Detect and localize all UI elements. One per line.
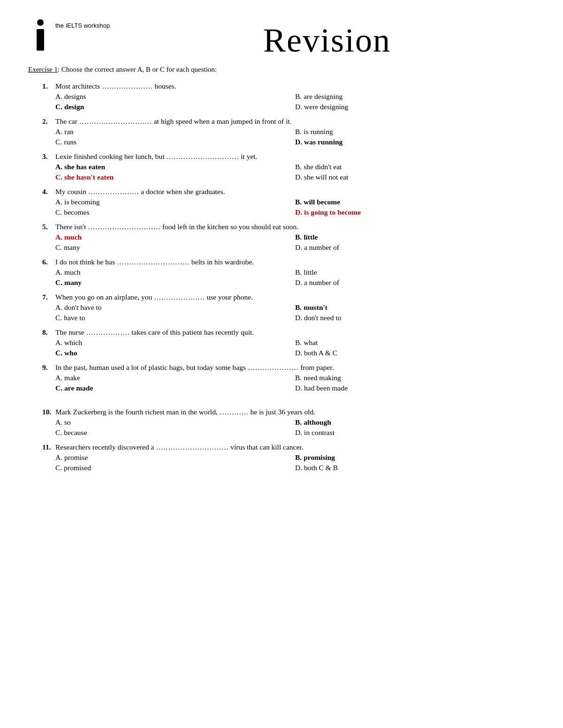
option-label: A. — [55, 418, 62, 426]
options-row: C.have toD.don't need to — [42, 313, 535, 323]
logo-area: the IELTS workshop — [28, 19, 110, 54]
question-block-7: 7.When you go on an airplane, you ………………… — [42, 293, 535, 323]
option-label: D. — [295, 208, 302, 216]
option-label: B. — [295, 374, 302, 382]
option-text: is becoming — [64, 198, 99, 206]
question-text: Researchers recently discovered a ………………… — [55, 443, 535, 451]
option-b: B.although — [295, 418, 535, 427]
option-text: little — [304, 233, 318, 241]
option-label: D. — [295, 138, 302, 146]
question-stem-4: 4.My cousin ………………… a doctor when she gr… — [42, 188, 535, 196]
question-number: 1. — [42, 82, 55, 90]
option-text: a number of — [304, 278, 339, 286]
option-label: B. — [295, 92, 302, 100]
question-block-6: 6.I do not think he has ………………………… belts… — [42, 258, 535, 287]
options-row: C.runsD.was running — [42, 137, 535, 147]
option-d: D.both C & B — [295, 463, 535, 473]
question-text: There isn't ………………………… food left in the … — [55, 223, 535, 231]
options-row: A.designsB.are designing — [42, 92, 535, 101]
options-row: A.muchB.little — [42, 268, 535, 277]
option-label: B. — [295, 198, 302, 206]
options-row: A.don't have toB.mustn't — [42, 303, 535, 312]
option-text: much — [64, 233, 82, 241]
option-text: need making — [304, 374, 341, 382]
option-label: C. — [55, 384, 62, 392]
question-stem-3: 3.Lexie finished cooking her lunch, but … — [42, 152, 535, 161]
question-number: 8. — [42, 328, 55, 337]
option-text: what — [304, 338, 318, 346]
page-header: the IELTS workshop Revision — [28, 19, 535, 57]
question-stem-1: 1.Most architects ………………… houses. — [42, 82, 535, 90]
option-label: C. — [55, 314, 62, 322]
logo-icon — [28, 19, 53, 53]
question-text: My cousin ………………… a doctor when she grad… — [55, 188, 535, 196]
option-text: design — [64, 103, 84, 111]
option-text: is going to become — [304, 208, 361, 216]
question-block-8: 8.The nurse ……………… takes care of this pa… — [42, 328, 535, 358]
option-text: were designing — [304, 103, 348, 111]
options-row: A.muchB.little — [42, 233, 535, 242]
question-number: 3. — [42, 152, 55, 161]
option-text: both A & C — [304, 349, 337, 357]
option-a: A.much — [55, 268, 295, 277]
option-text: so — [64, 418, 71, 426]
option-text: both C & B — [304, 464, 338, 472]
question-block-11: 11.Researchers recently discovered a ………… — [42, 443, 535, 473]
question-stem-8: 8.The nurse ……………… takes care of this pa… — [42, 328, 535, 337]
option-a: A.so — [55, 418, 295, 427]
option-d: D.she will not eat — [295, 173, 535, 182]
option-label: A. — [55, 198, 62, 206]
question-block-10: 10.Mark Zuckerberg is the fourth richest… — [42, 408, 535, 437]
option-text: becomes — [64, 208, 89, 216]
option-text: she will not eat — [304, 173, 348, 181]
option-label: D. — [295, 349, 302, 357]
question-text: When you go on an airplane, you ………………… … — [55, 293, 535, 301]
questions-section: 1.Most architects ………………… houses.A.desig… — [42, 82, 535, 473]
option-text: designs — [64, 92, 86, 100]
exercise-label: Exercise 1: Choose the correct answer A,… — [28, 66, 535, 74]
option-label: A. — [55, 128, 62, 135]
option-a: A.she has eaten — [55, 162, 295, 172]
option-text: although — [304, 418, 331, 426]
option-d: D.in contrast — [295, 428, 535, 437]
option-label: A. — [55, 338, 62, 346]
option-label: B. — [295, 303, 302, 311]
options-row: C.manyD.a number of — [42, 243, 535, 252]
option-b: B.she didn't eat — [295, 162, 535, 172]
option-text: who — [64, 349, 77, 357]
option-text: have to — [64, 314, 85, 322]
question-stem-11: 11.Researchers recently discovered a ………… — [42, 443, 535, 451]
option-label: C. — [55, 103, 62, 111]
option-text: are made — [64, 384, 93, 392]
question-number: 7. — [42, 293, 55, 301]
option-text: mustn't — [304, 303, 327, 311]
option-c: C.many — [55, 278, 295, 287]
options-row: C.she hasn't eatenD.she will not eat — [42, 173, 535, 182]
option-b: B.need making — [295, 373, 535, 383]
options-row: A.is becomingB.will become — [42, 197, 535, 207]
option-b: B.promising — [295, 453, 535, 462]
option-label: A. — [55, 163, 62, 171]
option-text: she didn't eat — [304, 163, 342, 171]
option-label: D. — [295, 243, 302, 251]
option-label: D. — [295, 173, 302, 181]
option-text: was running — [304, 138, 342, 146]
question-text: The car ………………………… at high speed when a … — [55, 117, 535, 126]
question-block-3: 3.Lexie finished cooking her lunch, but … — [42, 152, 535, 182]
question-block-1: 1.Most architects ………………… houses.A.desig… — [42, 82, 535, 112]
options-row: C.designD.were designing — [42, 102, 535, 112]
question-number: 4. — [42, 188, 55, 196]
option-d: D.a number of — [295, 243, 535, 252]
option-label: C. — [55, 428, 62, 436]
options-row: A.ranB.is running — [42, 127, 535, 136]
option-a: A.is becoming — [55, 197, 295, 207]
option-b: B.what — [295, 338, 535, 347]
question-text: I do not think he has ………………………… belts i… — [55, 258, 535, 266]
option-text: because — [64, 428, 87, 436]
option-label: A. — [55, 374, 62, 382]
option-label: B. — [295, 163, 302, 171]
option-text: she has eaten — [64, 163, 105, 171]
question-number: 9. — [42, 363, 55, 372]
option-c: C.she hasn't eaten — [55, 173, 295, 182]
options-row: C.promisedD.both C & B — [42, 463, 535, 473]
